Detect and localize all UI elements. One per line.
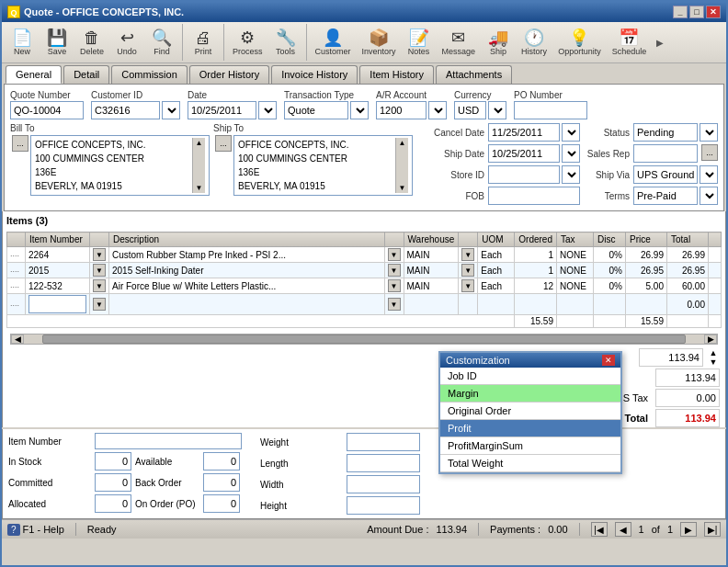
row3-wh[interactable]: MAIN <box>404 278 459 294</box>
weight-input[interactable] <box>347 433 420 451</box>
nav-first-btn[interactable]: |◀ <box>591 522 608 537</box>
vscroll-down-btn[interactable]: ▼ <box>710 357 718 367</box>
length-input[interactable] <box>347 454 420 472</box>
opportunity-button[interactable]: 💡 Opportunity <box>553 27 606 59</box>
inventory-button[interactable]: 📦 Inventory <box>358 27 401 59</box>
ship-date-select[interactable] <box>562 144 580 163</box>
bill-to-edit-btn[interactable]: ... <box>12 135 28 152</box>
nav-last-btn[interactable]: ▶| <box>704 522 721 537</box>
row4-ordered[interactable] <box>515 294 557 315</box>
store-id-select[interactable] <box>562 165 580 184</box>
row3-disc[interactable]: 0% <box>594 278 626 294</box>
terms-select[interactable] <box>700 187 718 205</box>
row3-item[interactable]: 122-532 <box>26 278 90 294</box>
total-value[interactable] <box>655 409 720 427</box>
ship-via-input[interactable] <box>633 165 698 184</box>
currency-select[interactable] <box>488 101 506 119</box>
back-order-input[interactable] <box>203 473 240 492</box>
row1-desc-btn[interactable]: ▼ <box>384 247 404 263</box>
po-number-input[interactable] <box>514 101 587 119</box>
customer-id-select[interactable] <box>162 101 180 119</box>
row4-disc[interactable] <box>594 294 626 315</box>
row1-total[interactable]: 26.99 <box>667 247 709 263</box>
row3-total[interactable]: 60.00 <box>667 278 709 294</box>
available-input[interactable] <box>203 452 240 471</box>
row1-wh[interactable]: MAIN <box>404 247 459 263</box>
hscroll-left-btn[interactable]: ◀ <box>11 335 24 344</box>
row4-item-btn[interactable]: ▼ <box>90 294 109 315</box>
row3-desc[interactable]: Air Force Blue w/ White Letters Plastic.… <box>109 278 385 294</box>
row1-ordered[interactable]: 1 <box>515 247 557 263</box>
row1-tax[interactable]: NONE <box>557 247 594 263</box>
row4-desc[interactable] <box>109 294 385 315</box>
row4-desc-btn[interactable]: ▼ <box>384 294 404 315</box>
sales-rep-input[interactable] <box>633 144 698 163</box>
item-number-input[interactable] <box>95 433 242 449</box>
bill-to-scrollbar[interactable]: ▲ ▼ <box>192 138 205 193</box>
row2-disc[interactable]: 0% <box>594 263 626 278</box>
row4-total[interactable]: 0.00 <box>667 294 709 315</box>
row3-desc-btn[interactable]: ▼ <box>384 278 404 294</box>
fob-input[interactable] <box>488 187 580 205</box>
row2-uom[interactable]: Each <box>478 263 515 278</box>
row2-item-btn[interactable]: ▼ <box>90 263 109 278</box>
row2-wh[interactable]: MAIN <box>404 263 459 278</box>
ship-to-edit-btn[interactable]: ... <box>215 135 232 152</box>
ar-account-input[interactable] <box>376 101 427 119</box>
notes-button[interactable]: 📝 Notes <box>403 27 436 59</box>
row2-desc-btn[interactable]: ▼ <box>384 263 404 278</box>
in-stock-input[interactable] <box>95 452 131 471</box>
currency-input[interactable] <box>454 101 486 119</box>
row2-desc[interactable]: 2015 Self-Inking Dater <box>109 263 385 278</box>
popup-item-total-weight[interactable]: Total Weight <box>440 455 620 472</box>
save-button[interactable]: 💾 Save <box>40 27 74 59</box>
ship-via-select[interactable] <box>700 165 718 184</box>
popup-item-profit[interactable]: Profit <box>440 420 620 437</box>
new-button[interactable]: 📄 New <box>6 27 39 59</box>
summary-value-2[interactable] <box>655 369 720 387</box>
row2-wh-btn[interactable]: ▼ <box>459 263 478 278</box>
bill-to-scroll-down[interactable]: ▼ <box>196 184 203 192</box>
customer-id-input[interactable] <box>91 101 160 119</box>
date-select[interactable] <box>258 101 277 119</box>
minimize-button[interactable]: _ <box>673 6 688 18</box>
tools-button[interactable]: 🔧 Tools <box>269 27 302 59</box>
quote-number-input[interactable] <box>10 101 84 119</box>
nav-next-btn[interactable]: ▶ <box>680 522 697 537</box>
nav-prev-btn[interactable]: ◀ <box>615 522 631 537</box>
ship-to-scroll-down[interactable]: ▼ <box>399 184 406 192</box>
row1-item[interactable]: 2264 <box>26 247 90 263</box>
horizontal-scrollbar[interactable]: ◀ ▶ <box>10 334 718 345</box>
ship-button[interactable]: 🚚 Ship <box>482 27 515 59</box>
row3-price[interactable]: 5.00 <box>626 278 667 294</box>
summary-value-1[interactable] <box>639 348 703 367</box>
ship-to-scroll-up[interactable]: ▲ <box>399 139 406 147</box>
cancel-date-input[interactable] <box>488 123 560 142</box>
print-button[interactable]: 🖨 Print <box>187 27 220 59</box>
vscroll-up-btn[interactable]: ▲ <box>710 348 718 357</box>
history-button[interactable]: 🕐 History <box>517 27 552 59</box>
row1-price[interactable]: 26.99 <box>626 247 667 263</box>
terms-input[interactable] <box>633 187 698 205</box>
row2-total[interactable]: 26.95 <box>667 263 709 278</box>
row2-price[interactable]: 26.95 <box>626 263 667 278</box>
ar-account-select[interactable] <box>428 101 447 119</box>
row3-ordered[interactable]: 12 <box>515 278 557 294</box>
row1-disc[interactable]: 0% <box>594 247 626 263</box>
row4-price[interactable] <box>626 294 667 315</box>
popup-item-jobid[interactable]: Job ID <box>440 368 620 385</box>
popup-item-margin[interactable]: Margin <box>440 385 620 403</box>
row2-tax[interactable]: NONE <box>557 263 594 278</box>
tab-general[interactable]: General <box>6 65 62 84</box>
tab-attachments[interactable]: Attachments <box>436 65 512 84</box>
hscroll-thumb[interactable] <box>42 335 686 344</box>
row1-item-btn[interactable]: ▼ <box>90 247 109 263</box>
delete-button[interactable]: 🗑 Delete <box>75 27 108 59</box>
popup-close-btn[interactable]: ✕ <box>602 355 615 366</box>
bill-to-scroll-up[interactable]: ▲ <box>196 139 203 147</box>
row2-item[interactable]: 2015 <box>26 263 90 278</box>
row1-desc[interactable]: Custom Rubber Stamp Pre Inked - PSI 2... <box>109 247 385 263</box>
row3-uom[interactable]: Each <box>478 278 515 294</box>
row4-item[interactable] <box>26 294 90 315</box>
maximize-button[interactable]: □ <box>689 6 704 18</box>
